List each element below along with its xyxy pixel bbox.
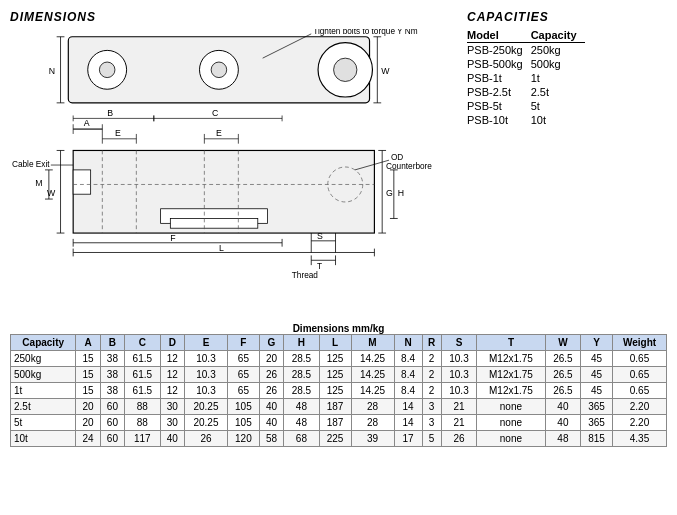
- dim-cell-b: 60: [100, 398, 124, 414]
- dim-cell-e: 10.3: [184, 366, 227, 382]
- dim-cell-t: none: [477, 414, 545, 430]
- dim-cell-n: 8.4: [394, 350, 422, 366]
- dim-cell-s: 21: [441, 414, 477, 430]
- dim-header-t: T: [477, 334, 545, 350]
- dim-cell-n: 8.4: [394, 366, 422, 382]
- dim-cell-d: 30: [160, 414, 184, 430]
- g-label: G: [386, 188, 393, 198]
- dim-header-h: H: [284, 334, 320, 350]
- dim-cell-wt: 0.65: [613, 382, 667, 398]
- dim-cell-a: 15: [76, 366, 100, 382]
- dim-cell-y: 45: [581, 366, 613, 382]
- dim-cell-h: 28.5: [284, 366, 320, 382]
- dim-cell-r: 3: [422, 398, 441, 414]
- dim-cell-r: 2: [422, 366, 441, 382]
- dim-cell-cap: 10t: [11, 430, 76, 446]
- dim-cell-cap: 5t: [11, 414, 76, 430]
- dimensions-area: DIMENSIONS W Tighten bolts to torque Y N…: [10, 10, 457, 313]
- h-label: H: [398, 188, 404, 198]
- dim-cell-cap: 1t: [11, 382, 76, 398]
- cap-model-header: Model: [467, 28, 531, 43]
- dim-cell-e: 20.25: [184, 398, 227, 414]
- dim-cell-c: 88: [125, 414, 161, 430]
- dim-cell-f: 120: [227, 430, 259, 446]
- dim-cell-e: 20.25: [184, 414, 227, 430]
- od-label: OD: [391, 153, 403, 162]
- svg-rect-34: [170, 218, 257, 228]
- dim-cell-w: 48: [545, 430, 581, 446]
- dim-cell-h: 48: [284, 398, 320, 414]
- m-label: M: [35, 178, 42, 188]
- dim-cell-r: 5: [422, 430, 441, 446]
- dim-cell-g: 26: [259, 366, 283, 382]
- dim-cell-s: 10.3: [441, 366, 477, 382]
- f-label: F: [170, 233, 175, 243]
- dim-cell-d: 12: [160, 382, 184, 398]
- dim-cell-g: 40: [259, 398, 283, 414]
- dim-cell-n: 17: [394, 430, 422, 446]
- dim-cell-d: 30: [160, 398, 184, 414]
- dim-cell-b: 60: [100, 430, 124, 446]
- dim-cell-t: none: [477, 398, 545, 414]
- cable-exit-label: Cable Exit: [12, 160, 50, 169]
- dim-cell-m: 14.25: [351, 350, 394, 366]
- dim-cell-l: 187: [319, 414, 351, 430]
- dim-cell-b: 38: [100, 350, 124, 366]
- capacities-title: CAPACITIES: [467, 10, 667, 24]
- dim-cell-g: 40: [259, 414, 283, 430]
- dim-cell-s: 10.3: [441, 350, 477, 366]
- cap-capacity-cell: 2.5t: [531, 85, 585, 99]
- dim-header-a: A: [76, 334, 100, 350]
- dim-cell-h: 28.5: [284, 382, 320, 398]
- dim-cell-h: 28.5: [284, 350, 320, 366]
- dim-cell-m: 14.25: [351, 366, 394, 382]
- dim-cell-d: 12: [160, 350, 184, 366]
- svg-rect-32: [73, 170, 90, 194]
- l-label: L: [219, 243, 224, 253]
- dim-cell-t: M12x1.75: [477, 350, 545, 366]
- dim-cell-l: 125: [319, 366, 351, 382]
- dim-cell-w: 26.5: [545, 350, 581, 366]
- dimensions-table: Dimensions mm/kg CapacityABCDEFGHLMNRSTW…: [10, 323, 667, 447]
- cap-capacity-header: Capacity: [531, 28, 585, 43]
- dim-cell-wt: 2.20: [613, 414, 667, 430]
- e-label2: E: [216, 128, 222, 138]
- w2-label: W: [47, 188, 56, 198]
- dim-cell-b: 38: [100, 382, 124, 398]
- dim-cell-s: 26: [441, 430, 477, 446]
- w-label: W: [381, 66, 390, 76]
- cap-model-cell: PSB-500kg: [467, 57, 531, 71]
- tighten-label: Tighten bolts to torque Y Nm: [313, 29, 418, 36]
- dim-cell-a: 15: [76, 350, 100, 366]
- dim-cell-wt: 0.65: [613, 366, 667, 382]
- dim-cell-g: 26: [259, 382, 283, 398]
- dim-cell-b: 60: [100, 414, 124, 430]
- e-label1: E: [115, 128, 121, 138]
- cap-capacity-cell: 1t: [531, 71, 585, 85]
- cap-capacity-cell: 500kg: [531, 57, 585, 71]
- thread-label: Thread: [292, 271, 319, 280]
- capacities-area: CAPACITIES Model Capacity PSB-250kg250kg…: [467, 10, 667, 313]
- dim-cell-s: 21: [441, 398, 477, 414]
- dim-header-r: R: [422, 334, 441, 350]
- dim-header-m: M: [351, 334, 394, 350]
- dim-cell-h: 68: [284, 430, 320, 446]
- dim-cell-e: 10.3: [184, 382, 227, 398]
- capacities-table: Model Capacity PSB-250kg250kgPSB-500kg50…: [467, 28, 585, 127]
- dim-cell-l: 125: [319, 350, 351, 366]
- dim-cell-t: M12x1.75: [477, 382, 545, 398]
- dim-header-e: E: [184, 334, 227, 350]
- dim-cell-a: 20: [76, 398, 100, 414]
- dim-cell-r: 2: [422, 382, 441, 398]
- dim-cell-cap: 250kg: [11, 350, 76, 366]
- dim-header-f: F: [227, 334, 259, 350]
- dim-cell-l: 125: [319, 382, 351, 398]
- dim-cell-c: 117: [125, 430, 161, 446]
- dim-cell-s: 10.3: [441, 382, 477, 398]
- dim-cell-f: 65: [227, 366, 259, 382]
- dim-cell-l: 225: [319, 430, 351, 446]
- dim-cell-m: 39: [351, 430, 394, 446]
- cap-model-cell: PSB-2.5t: [467, 85, 531, 99]
- svg-point-4: [211, 62, 227, 78]
- dim-header-b: B: [100, 334, 124, 350]
